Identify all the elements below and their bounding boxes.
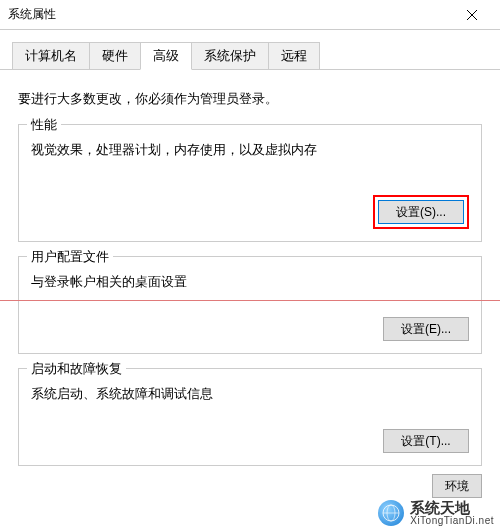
tab-remote[interactable]: 远程 [268, 42, 320, 70]
watermark-globe-icon [378, 500, 404, 526]
watermark: 系统天地 XiTongTianDi.net [378, 500, 494, 526]
highlight-frame: 设置(S)... [373, 195, 469, 229]
close-button[interactable] [452, 1, 492, 29]
intro-text: 要进行大多数更改，你必须作为管理员登录。 [18, 90, 482, 108]
group-startup: 启动和故障恢复 系统启动、系统故障和调试信息 设置(T)... [18, 368, 482, 466]
group-profiles: 用户配置文件 与登录帐户相关的桌面设置 设置(E)... [18, 256, 482, 354]
group-startup-title: 启动和故障恢复 [27, 360, 126, 378]
performance-settings-button[interactable]: 设置(S)... [378, 200, 464, 224]
group-startup-btnrow: 设置(T)... [31, 429, 469, 453]
annotation-redline [0, 300, 500, 301]
group-performance-btnrow: 设置(S)... [31, 195, 469, 229]
group-profiles-btnrow: 设置(E)... [31, 317, 469, 341]
group-profiles-title: 用户配置文件 [27, 248, 113, 266]
group-startup-desc: 系统启动、系统故障和调试信息 [31, 385, 469, 403]
tab-hardware[interactable]: 硬件 [89, 42, 141, 70]
profiles-settings-button[interactable]: 设置(E)... [383, 317, 469, 341]
tab-content-advanced: 要进行大多数更改，你必须作为管理员登录。 性能 视觉效果，处理器计划，内存使用，… [0, 69, 500, 466]
group-performance-desc: 视觉效果，处理器计划，内存使用，以及虚拟内存 [31, 141, 469, 159]
watermark-url: XiTongTianDi.net [410, 515, 494, 526]
close-icon [467, 10, 477, 20]
group-performance-title: 性能 [27, 116, 61, 134]
window-title: 系统属性 [8, 6, 452, 23]
tab-row: 计算机名 硬件 高级 系统保护 远程 [0, 42, 500, 70]
watermark-text-block: 系统天地 XiTongTianDi.net [410, 500, 494, 526]
watermark-name: 系统天地 [410, 500, 494, 515]
tab-computername[interactable]: 计算机名 [12, 42, 90, 70]
titlebar: 系统属性 [0, 0, 500, 30]
tab-systemprotection[interactable]: 系统保护 [191, 42, 269, 70]
environment-button[interactable]: 环境 [432, 474, 482, 498]
bottom-button-area: 环境 [432, 474, 482, 498]
tab-advanced[interactable]: 高级 [140, 42, 192, 70]
startup-settings-button[interactable]: 设置(T)... [383, 429, 469, 453]
group-performance: 性能 视觉效果，处理器计划，内存使用，以及虚拟内存 设置(S)... [18, 124, 482, 242]
group-profiles-desc: 与登录帐户相关的桌面设置 [31, 273, 469, 291]
